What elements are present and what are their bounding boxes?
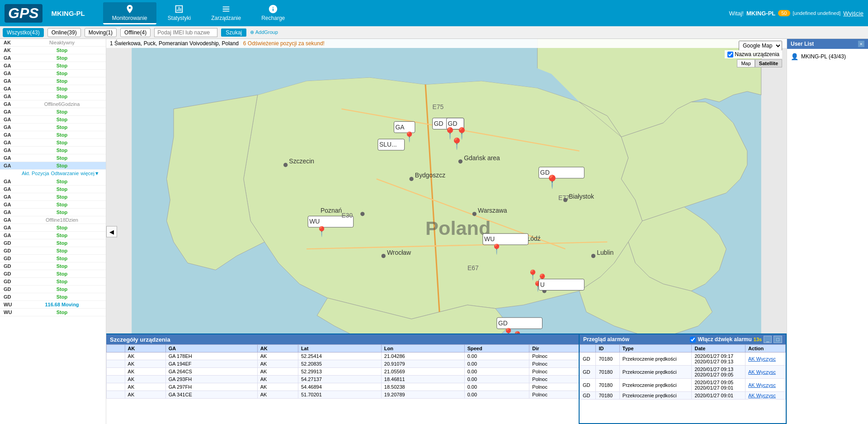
alarm-title: Przegląd alarmów <box>583 336 629 343</box>
device-row[interactable]: GDStop <box>0 255 106 262</box>
filter-wszystko[interactable]: Wszystko(43) <box>3 28 44 37</box>
device-name: GA <box>4 124 22 130</box>
filter-moving[interactable]: Moving(1) <box>85 28 117 37</box>
col-lon: Lon <box>381 345 464 353</box>
device-row[interactable]: GAStop <box>0 147 106 154</box>
device-name: GA <box>4 55 22 61</box>
device-row[interactable]: GAOffline6Godzina <box>0 100 106 108</box>
map-view-satellite[interactable]: Satellite <box>755 59 782 67</box>
tab-monitorowanie[interactable]: Monitorowanie <box>103 2 156 24</box>
device-row[interactable]: GDStop <box>0 239 106 247</box>
details-title: Szczegóły urządzenia <box>110 336 170 343</box>
device-name: GD <box>4 256 22 261</box>
svg-text:E30: E30 <box>341 212 353 219</box>
device-row[interactable]: GAStop <box>0 131 106 139</box>
svg-text:WU: WU <box>484 235 495 243</box>
device-row[interactable]: GAStop <box>0 70 106 77</box>
tab-zarzadzanie[interactable]: Zarządzanie <box>202 2 250 24</box>
device-row[interactable]: GDStop <box>0 247 106 255</box>
device-status: Stop <box>22 194 102 200</box>
device-row[interactable]: GDStop <box>0 262 106 270</box>
device-row[interactable]: GAStop <box>0 209 106 216</box>
col-blank <box>107 345 125 353</box>
device-row[interactable]: GAStop <box>0 154 106 162</box>
search-input[interactable] <box>154 28 217 37</box>
map-type-dropdown[interactable]: Google Map OpenStreet <box>739 41 782 51</box>
header-right: Witaj! MKING-PL 50 [undefined undefined]… <box>729 10 863 17</box>
device-row[interactable]: GAStop <box>0 62 106 70</box>
device-row[interactable]: GAStop <box>0 139 106 147</box>
device-row[interactable]: GAStop <box>0 193 106 201</box>
device-name: GA <box>4 109 22 114</box>
tab-recharge[interactable]: Recharge <box>252 2 294 24</box>
alarm-sound-checkbox[interactable] <box>690 337 696 343</box>
device-row[interactable]: GAStop <box>0 162 106 170</box>
device-row[interactable]: GAStop <box>0 116 106 124</box>
device-status: Stop <box>22 132 102 138</box>
device-row[interactable]: GAStop <box>0 85 106 93</box>
user-item: 👤 MKING-PL (43/43) <box>791 52 864 62</box>
device-name: AK <box>4 40 22 45</box>
device-row[interactable]: GAStop <box>0 201 106 209</box>
svg-rect-50 <box>539 279 585 291</box>
map-type-selector: Google Map OpenStreet <box>739 41 782 51</box>
device-name: GA <box>4 194 22 200</box>
device-row[interactable]: GAStop <box>0 77 106 85</box>
device-row[interactable]: GDStop <box>0 286 106 293</box>
device-row[interactable]: GAStop <box>0 124 106 131</box>
device-name: GA <box>4 225 22 230</box>
device-row[interactable]: GDStop <box>0 293 106 301</box>
device-row[interactable]: AKNieaktywny <box>0 39 106 47</box>
device-action-odtwarzanie[interactable]: Odtwarzanie <box>51 171 79 176</box>
device-status: Stop <box>22 117 102 122</box>
user-list-header: User List × <box>787 39 868 49</box>
device-row[interactable]: GAStop <box>0 186 106 193</box>
device-row[interactable]: GDStop <box>0 270 106 278</box>
device-status: Stop <box>22 202 102 207</box>
alarm-wyczysc-btn[interactable]: AK Wyczysc <box>748 356 776 362</box>
device-name: WU <box>4 310 22 315</box>
device-status: Stop <box>22 256 102 261</box>
device-action-wiecej[interactable]: więcej▼ <box>80 171 99 176</box>
device-row[interactable]: GDStop <box>0 278 106 286</box>
device-row[interactable]: WUStop <box>0 309 106 316</box>
alarm-maximize-btn[interactable]: □ <box>774 336 782 343</box>
device-row[interactable]: GAStop <box>0 93 106 100</box>
alarm-row: GD70180Przekroczenie prędkości2020/01/27… <box>580 366 786 379</box>
filter-bar: Wszystko(43) Online(39) Moving(1) Offlin… <box>0 26 868 39</box>
svg-text:Wrocław: Wrocław <box>387 249 411 256</box>
user-list-close-btn[interactable]: × <box>858 41 864 47</box>
device-row[interactable]: GAStop <box>0 232 106 239</box>
filter-offline[interactable]: Offline(4) <box>120 28 151 37</box>
device-status: Stop <box>22 233 102 238</box>
device-row[interactable]: GAStop <box>0 178 106 186</box>
alarm-wyczysc-btn[interactable]: AK Wyczysc <box>748 369 776 375</box>
filter-online[interactable]: Online(39) <box>47 28 81 37</box>
device-row[interactable]: GAOffline18Dzien <box>0 216 106 224</box>
device-row[interactable]: GAStop <box>0 108 106 116</box>
device-row[interactable]: GAStop <box>0 224 106 232</box>
nazwa-checkbox-input[interactable] <box>727 52 733 57</box>
device-name: GA <box>4 186 22 192</box>
logout-btn[interactable]: Wyjście <box>843 10 863 17</box>
alarm-col-id: ID <box>596 345 619 353</box>
location-address: 1 Świerkowa, Puck, Pomeranian Voivodeshi… <box>110 40 239 47</box>
device-row[interactable]: AKStop <box>0 47 106 54</box>
device-status: 116.68 Moving <box>22 302 102 307</box>
map-view-map[interactable]: Map <box>737 59 755 67</box>
device-name: GA <box>4 71 22 76</box>
add-group-btn[interactable]: ⊕ AddGroup <box>250 29 278 35</box>
user-name: MKING-PL (43/43) <box>801 53 846 60</box>
device-name: GA <box>4 202 22 207</box>
device-row[interactable]: WU116.68 Moving <box>0 301 106 309</box>
tab-statystyki[interactable]: Statystyki <box>159 2 200 24</box>
alarm-minimize-btn[interactable]: _ <box>764 336 772 343</box>
map-nav-left[interactable]: ◀ <box>106 226 117 237</box>
search-button[interactable]: Szukaj <box>221 29 246 37</box>
device-row[interactable]: GAStop <box>0 54 106 62</box>
alarm-wyczysc-btn[interactable]: AK Wyczysc <box>748 382 776 388</box>
device-status: Stop <box>22 109 102 114</box>
alarm-wyczysc-btn[interactable]: AK Wyczysc <box>748 393 776 398</box>
device-action-akt[interactable]: Akt. Pozycja <box>22 171 49 176</box>
col-ga: GA <box>165 345 257 353</box>
